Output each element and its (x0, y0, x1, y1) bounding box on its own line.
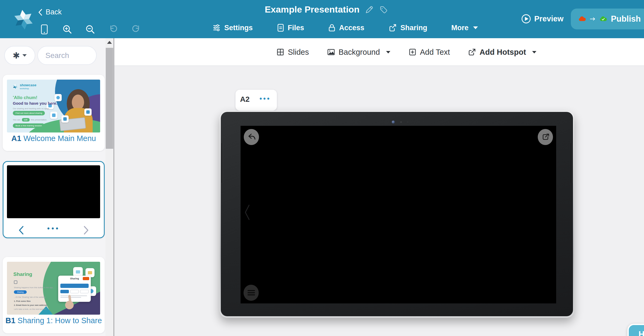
slides-button[interactable]: Slides (276, 48, 309, 57)
preview-button[interactable]: Preview (521, 14, 564, 24)
presentation-title: Example Presentation (265, 4, 359, 15)
dialog-next-button (83, 277, 89, 280)
file-icon (277, 24, 284, 32)
play-circle-icon (521, 14, 531, 24)
hamburger-menu-icon (247, 290, 256, 296)
view-controls (39, 24, 142, 35)
background-button[interactable]: Background (327, 48, 390, 57)
slide-card-a2-selected[interactable]: ••• (3, 161, 105, 238)
menu-files[interactable]: Files (277, 24, 304, 32)
slide-caption-a1: A1 Welcome Main Menu (3, 134, 105, 143)
current-slide-code: A2 (240, 95, 250, 104)
help-button[interactable]: Help (627, 324, 644, 336)
floating-app-icon (50, 112, 57, 119)
image-icon (327, 48, 335, 56)
undo-button[interactable] (108, 24, 119, 35)
slide-search (37, 46, 97, 65)
sliders-icon (212, 24, 221, 32)
tablet-camera (392, 120, 408, 124)
current-slide-tab: A2 ••• (235, 90, 277, 111)
thumb-line: ...Or the 'Sharing' tab of the website. (14, 296, 46, 298)
menu-access[interactable]: Access (328, 24, 364, 32)
slide-back-button[interactable] (244, 129, 259, 145)
thumb-button: Book a free training session (13, 123, 45, 128)
slide-thumbnail-b1: Sharing Sharing happens from this button… (7, 262, 100, 315)
tablet-right-notch (571, 143, 572, 183)
cloud-published-icon (599, 14, 607, 24)
caret-down-icon (22, 54, 27, 57)
arrow-right-icon (590, 16, 596, 22)
zoom-in-icon (62, 24, 72, 34)
lock-icon (328, 24, 336, 32)
slide-share-button[interactable] (538, 129, 553, 145)
next-slide-icon[interactable] (83, 225, 90, 235)
sidebar-scrollbar[interactable] (105, 38, 113, 336)
camera-sensor-dot (407, 122, 408, 123)
edit-title-pencil-icon[interactable] (365, 5, 374, 14)
redo-icon (131, 25, 141, 34)
redo-button[interactable] (131, 24, 142, 35)
tag-icon[interactable] (379, 5, 388, 14)
slide-preview-screen[interactable] (241, 126, 556, 303)
slide-filter-dropdown[interactable]: ✱ (4, 46, 35, 65)
share-export-icon (541, 133, 550, 141)
scrollbar-thumb[interactable] (106, 48, 113, 149)
publish-button[interactable]: Publish (571, 9, 644, 29)
slide-card-b1[interactable]: Sharing Sharing happens from this button… (3, 257, 105, 333)
menu-more[interactable]: More (451, 24, 478, 32)
thumb-line: Let's take a look, on the next screen! (14, 308, 46, 310)
search-input[interactable] (45, 51, 93, 60)
thumb-sharing-button: Sharing (14, 290, 27, 294)
grid-icon (276, 48, 284, 56)
caret-down-icon (532, 51, 536, 53)
sharing-dialog-mockup: Sharing (58, 276, 91, 302)
back-button[interactable]: Back (38, 8, 62, 16)
app-tile-icon (73, 267, 83, 277)
presentation-menu: Settings Files Access Sharing More (212, 24, 478, 32)
previous-screen-chevron-icon[interactable] (244, 204, 250, 221)
zoom-out-button[interactable] (85, 24, 96, 35)
undo-icon (108, 25, 118, 34)
menu-settings[interactable]: Settings (212, 24, 253, 32)
tablet-left-notch (222, 143, 223, 183)
camera-lens (392, 120, 395, 124)
thumb-line: 2. Email them to your own address (14, 304, 47, 306)
floating-app-icon (61, 115, 69, 123)
thumb-line: 1. Pick some files (14, 300, 31, 302)
slide-caption-b1: B1 Sharing 1: How to Share (3, 316, 105, 325)
zoom-out-icon (85, 24, 95, 34)
showcase-mini-logo: showcaseworkshop (12, 83, 36, 90)
thumb-subheading: Good to have you here. (13, 101, 57, 106)
slide-menu-dots[interactable]: ••• (260, 95, 271, 103)
add-text-icon (409, 48, 417, 56)
add-hotspot-button[interactable]: Add Hotspot (468, 48, 536, 57)
asterisk-filter-icon: ✱ (13, 50, 20, 61)
thumb-edit-line: You can edit this presentation. (13, 118, 47, 122)
tablet-preview-frame (220, 111, 574, 318)
app-window: ✱ showcasework (0, 0, 644, 336)
floating-app-icon (54, 94, 62, 101)
slide-thumbnail-a1: showcaseworkshop 'Allo chum! Good to hav… (7, 80, 100, 132)
slide-menu-button[interactable] (244, 285, 259, 301)
thumb-button: Find out more about sharing (13, 111, 45, 115)
thumb-body-text: Our sharing and tracking sets us apart. (13, 107, 50, 110)
add-text-button[interactable]: Add Text (409, 48, 450, 57)
device-preview-button[interactable] (39, 24, 50, 35)
scrollbar-up-arrow-icon[interactable] (107, 41, 112, 44)
camera-sensor-dot (400, 121, 402, 123)
dialog-file-row (60, 284, 89, 288)
slide-nav-row: ••• (3, 222, 104, 237)
share-from-square-icon (388, 24, 397, 32)
hotspot-external-link-icon (468, 48, 476, 56)
app-header: Back Example Presentation (0, 0, 644, 38)
tablet-bezel (221, 112, 573, 316)
slide-card-a1[interactable]: showcaseworkshop 'Allo chum! Good to hav… (3, 75, 105, 151)
slide-toolbar: Slides Background Add Text Add Hotspot (276, 38, 536, 66)
back-arrow-icon (247, 133, 256, 141)
presentation-title-group: Example Presentation (265, 4, 388, 15)
slide-thumbnail-a2-black (7, 165, 100, 218)
caret-down-icon (473, 26, 478, 29)
zoom-in-button[interactable] (62, 24, 73, 35)
menu-sharing[interactable]: Sharing (388, 24, 427, 32)
slide-list-sidebar: ✱ showcasework (0, 38, 114, 336)
